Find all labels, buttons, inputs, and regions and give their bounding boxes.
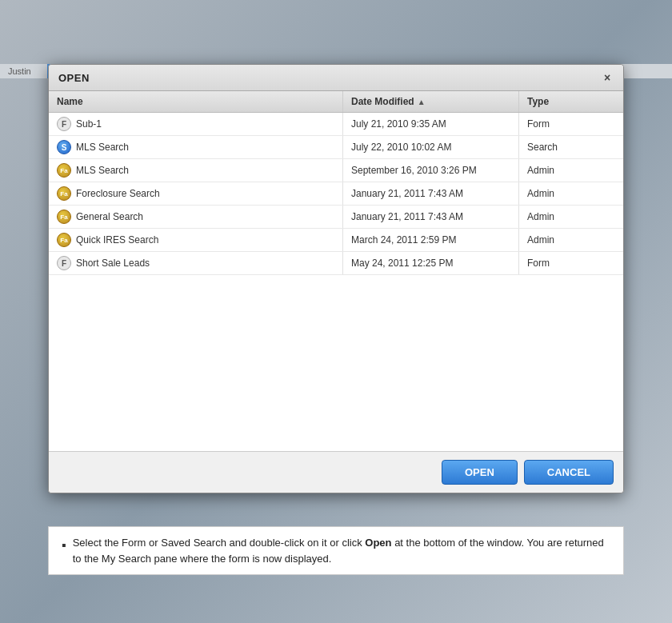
dialog-footer: OPEN CANCEL <box>49 452 623 493</box>
dialog-table-area: Name Date Modified ▲ Type F Sub-1 <box>49 91 623 452</box>
table-row[interactable]: F Sub-1 July 21, 2010 9:35 AM Form <box>49 113 623 136</box>
cell-name: S MLS Search <box>49 136 343 158</box>
table-row[interactable]: Fa General Search January 21, 2011 7:43 … <box>49 206 623 229</box>
cell-name: F Short Sale Leads <box>49 252 343 274</box>
cell-date: May 24, 2011 12:25 PM <box>343 252 519 274</box>
close-button[interactable]: × <box>601 71 614 84</box>
cell-type: Admin <box>519 229 623 251</box>
table-row[interactable]: Fa Foreclosure Search January 21, 2011 7… <box>49 182 623 206</box>
table-header: Name Date Modified ▲ Type <box>49 91 623 113</box>
cell-name: Fa General Search <box>49 206 343 228</box>
instruction-text: Select the Form or Saved Search and doub… <box>73 535 610 566</box>
instruction-bullet: ▪ <box>62 536 66 555</box>
table-empty-space <box>49 275 623 451</box>
cell-date: September 16, 2010 3:26 PM <box>343 159 519 182</box>
cell-type: Search <box>519 136 623 158</box>
cell-type: Form <box>519 113 623 135</box>
cell-date: January 21, 2011 7:43 AM <box>343 206 519 228</box>
cell-date: March 24, 2011 2:59 PM <box>343 229 519 251</box>
sort-arrow-icon: ▲ <box>418 98 426 106</box>
admin-icon: Fa <box>57 186 71 201</box>
cell-name: Fa Quick IRES Search <box>49 229 343 251</box>
admin-icon: Fa <box>57 233 71 247</box>
cell-type: Admin <box>519 159 623 182</box>
form-icon: F <box>57 117 71 131</box>
instruction-bold: Open <box>365 537 391 549</box>
dialog-title: OPEN <box>58 72 90 84</box>
cell-name: Fa MLS Search <box>49 159 343 182</box>
cell-type: Admin <box>519 182 623 205</box>
cell-type: Admin <box>519 206 623 228</box>
open-dialog: OPEN × Name Date Modified ▲ Type <box>48 64 624 493</box>
cell-type: Form <box>519 252 623 274</box>
column-header-date: Date Modified ▲ <box>343 91 519 112</box>
table-body: F Sub-1 July 21, 2010 9:35 AM Form S MLS… <box>49 113 623 451</box>
search-icon: S <box>57 140 71 154</box>
column-header-type: Type <box>519 91 623 112</box>
cell-name: Fa Foreclosure Search <box>49 182 343 205</box>
table-row[interactable]: Fa MLS Search September 16, 2010 3:26 PM… <box>49 159 623 182</box>
admin-icon: Fa <box>57 163 71 178</box>
instruction-area: ▪ Select the Form or Saved Search and do… <box>48 526 624 575</box>
admin-icon: Fa <box>57 210 71 224</box>
table-row[interactable]: Fa Quick IRES Search March 24, 2011 2:59… <box>49 229 623 252</box>
cell-name: F Sub-1 <box>49 113 343 135</box>
cell-date: January 21, 2011 7:43 AM <box>343 182 519 205</box>
cancel-button[interactable]: CANCEL <box>524 460 614 485</box>
table-row[interactable]: F Short Sale Leads May 24, 2011 12:25 PM… <box>49 252 623 275</box>
dialog-titlebar: OPEN × <box>49 65 623 91</box>
form-icon: F <box>57 256 71 270</box>
open-button[interactable]: OPEN <box>442 460 518 485</box>
column-header-name: Name <box>49 91 343 112</box>
cell-date: July 21, 2010 9:35 AM <box>343 113 519 135</box>
table-row[interactable]: S MLS Search July 22, 2010 10:02 AM Sear… <box>49 136 623 159</box>
cell-date: July 22, 2010 10:02 AM <box>343 136 519 158</box>
